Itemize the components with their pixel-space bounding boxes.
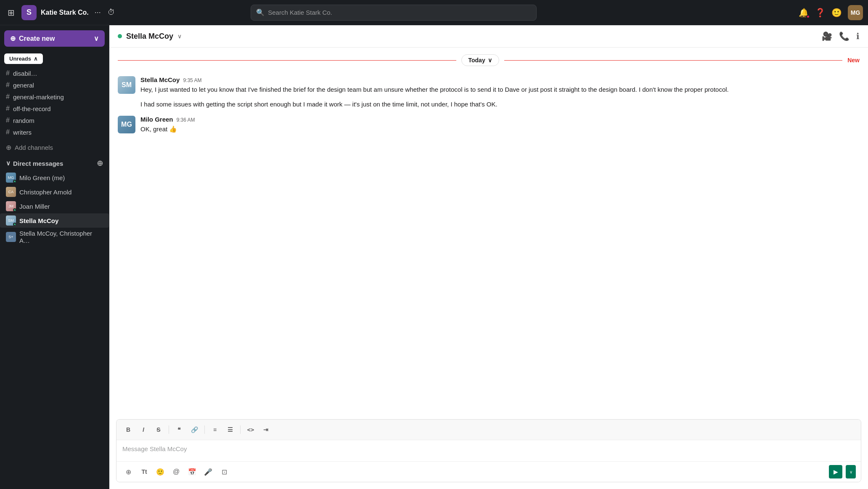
create-new-button[interactable]: ⊕ Create new ∨ — [4, 30, 105, 47]
workspace-logo: S — [21, 5, 37, 20]
composer-toolbar: B I S ❝ 🔗 ≡ ☰ <> ⇥ — [116, 420, 861, 440]
code-block-button[interactable]: ⇥ — [259, 423, 273, 436]
info-icon[interactable]: ℹ — [856, 31, 860, 41]
contact-online-indicator — [118, 34, 122, 38]
history-icon[interactable]: ⏱ — [105, 5, 118, 19]
message-input[interactable] — [116, 440, 861, 461]
online-dot — [13, 180, 16, 183]
dm-item-christopher[interactable]: CA Christopher Arnold — [0, 185, 109, 199]
search-input[interactable] — [268, 9, 531, 16]
code-button[interactable]: <> — [244, 423, 257, 436]
emoji-icon[interactable]: 🙂 — [831, 8, 842, 18]
direct-messages-toggle[interactable]: ∨ Direct messages — [6, 159, 63, 167]
channel-name: disabil… — [13, 70, 37, 77]
unreads-chevron-icon: ∧ — [34, 56, 38, 62]
message-content-stella: Stella McCoy 9:35 AM Hey, I just wanted … — [140, 76, 860, 109]
message-content-milo: Milo Green 9:36 AM OK, great 👍 — [140, 116, 860, 134]
italic-button[interactable]: I — [137, 423, 150, 436]
phone-icon[interactable]: 📞 — [839, 31, 849, 41]
canvas-icon[interactable]: ⊡ — [217, 465, 231, 478]
add-channels-button[interactable]: ⊕ Add channels — [0, 141, 109, 154]
dm-name-stella-christopher: Stella McCoy, Christopher A… — [19, 230, 103, 244]
message-author-stella: Stella McCoy — [140, 76, 180, 83]
dm-name-joan: Joan Miller — [19, 203, 50, 210]
direct-messages-section: ∨ Direct messages ⊕ — [0, 154, 109, 170]
date-line-right — [504, 60, 843, 61]
add-channels-plus-icon: ⊕ — [6, 144, 11, 151]
message-time-milo: 9:36 AM — [177, 117, 195, 123]
message-time-stella: 9:35 AM — [183, 77, 201, 83]
text-format-icon[interactable]: Tt — [138, 465, 151, 478]
topbar: ⊞ S Katie Stark Co. ··· ⏱ 🔍 🔔 ❓ 🙂 MG — [0, 0, 868, 25]
video-icon[interactable]: 🎥 — [822, 31, 832, 41]
date-pill[interactable]: Today ∨ — [461, 54, 499, 66]
bold-button[interactable]: B — [122, 423, 135, 436]
message-header-stella: Stella McCoy 9:35 AM — [140, 76, 860, 83]
dm-item-stella[interactable]: SM Stella McCoy — [0, 213, 109, 228]
toolbar-divider-3 — [240, 425, 241, 434]
avatar-milo: MG — [6, 173, 16, 183]
toolbar-divider-1 — [169, 425, 169, 434]
audio-icon[interactable]: 🎤 — [201, 465, 215, 478]
avatar-milo-msg: MG — [118, 116, 135, 133]
channel-name: off-the-record — [13, 105, 51, 112]
channel-item-random[interactable]: # random — [0, 114, 109, 126]
search-bar[interactable]: 🔍 — [251, 5, 537, 21]
user-avatar[interactable]: MG — [848, 5, 863, 20]
blockquote-button[interactable]: ❝ — [172, 423, 186, 436]
message-text-milo: OK, great 👍 — [140, 125, 860, 134]
dm-name-milo: Milo Green (me) — [19, 174, 65, 181]
channel-item-off-the-record[interactable]: # off-the-record — [0, 103, 109, 114]
send-options-button[interactable]: ∨ — [846, 465, 856, 478]
mention-icon[interactable]: @ — [169, 465, 183, 478]
help-icon[interactable]: ❓ — [815, 8, 826, 18]
channel-hash-icon: # — [6, 69, 10, 77]
sidebar: ⊕ Create new ∨ Unreads ∧ # disabil… # ge… — [0, 25, 109, 489]
notification-dot — [806, 15, 810, 19]
channel-list: # disabil… # general # general-marketing… — [0, 67, 109, 141]
notification-icon[interactable]: 🔔 — [799, 8, 809, 18]
unreads-label: Unreads — [9, 56, 31, 62]
add-channels-label: Add channels — [15, 144, 53, 151]
composer-bottom-toolbar: ⊕ Tt 🙂 @ 📅 🎤 ⊡ ▶ ∨ — [116, 461, 861, 482]
workspace-more-icon[interactable]: ··· — [95, 8, 101, 17]
link-button[interactable]: 🔗 — [188, 423, 201, 436]
message-stella: SM Stella McCoy 9:35 AM Hey, I just want… — [109, 73, 868, 112]
toolbar-divider-2 — [204, 425, 205, 434]
channel-item-writers[interactable]: # writers — [0, 126, 109, 138]
main-layout: ⊕ Create new ∨ Unreads ∧ # disabil… # ge… — [0, 25, 868, 489]
create-new-chevron-icon: ∨ — [94, 35, 99, 43]
plus-icon: ⊕ — [10, 35, 16, 43]
shortcuts-icon[interactable]: 📅 — [185, 465, 199, 478]
online-dot — [13, 208, 16, 211]
channel-hash-icon: # — [6, 105, 10, 112]
channel-hash-icon: # — [6, 93, 10, 101]
grid-icon[interactable]: ⊞ — [5, 5, 17, 20]
new-label: New — [847, 57, 860, 64]
add-attachment-icon[interactable]: ⊕ — [122, 465, 135, 478]
channel-hash-icon: # — [6, 81, 10, 89]
dm-item-joan[interactable]: JM Joan Miller — [0, 199, 109, 213]
chat-header-left: Stella McCoy ∨ — [118, 32, 182, 41]
dm-item-milo[interactable]: MG Milo Green (me) — [0, 170, 109, 185]
send-button[interactable]: ▶ — [829, 465, 842, 478]
ordered-list-button[interactable]: ≡ — [208, 423, 222, 436]
messages-area: Today ∨ New SM Stella McCoy 9:35 AM Hey,… — [109, 48, 868, 419]
emoji-picker-icon[interactable]: 🙂 — [153, 465, 167, 478]
add-dm-icon[interactable]: ⊕ — [97, 159, 103, 168]
unreads-badge[interactable]: Unreads ∧ — [4, 53, 43, 64]
online-dot-stella — [13, 223, 16, 226]
channel-name: random — [13, 117, 34, 124]
channel-item-disabil[interactable]: # disabil… — [0, 67, 109, 79]
dm-item-stella-christopher[interactable]: S+ Stella McCoy, Christopher A… — [0, 228, 109, 246]
chat-header-right: 🎥 📞 ℹ — [822, 31, 860, 41]
avatar-stella: SM — [6, 215, 16, 226]
strikethrough-button[interactable]: S — [152, 423, 165, 436]
channel-item-general-marketing[interactable]: # general-marketing — [0, 91, 109, 103]
chat-name-chevron-icon[interactable]: ∨ — [177, 33, 182, 40]
chat-contact-name: Stella McCoy — [126, 32, 173, 41]
chat-area: Stella McCoy ∨ 🎥 📞 ℹ Today ∨ New — [109, 25, 868, 489]
unordered-list-button[interactable]: ☰ — [223, 423, 237, 436]
topbar-icons: 🔔 ❓ 🙂 MG — [799, 5, 863, 20]
channel-item-general[interactable]: # general — [0, 79, 109, 91]
